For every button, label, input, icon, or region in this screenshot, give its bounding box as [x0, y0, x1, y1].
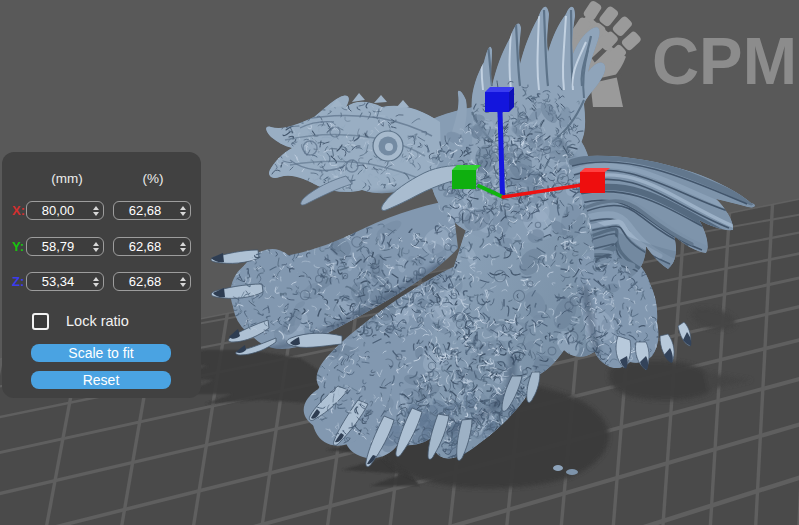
- svg-text:CPM: CPM: [652, 23, 797, 98]
